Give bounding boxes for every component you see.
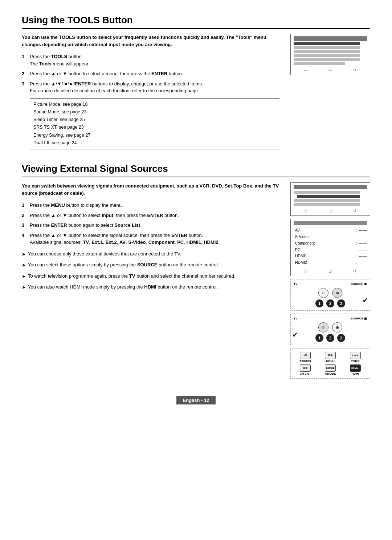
step-2: 2 Press the ▲ or ▼ button to select a me… [22, 70, 279, 77]
input-screen-icons: ▽ ⊡ ↺ [294, 209, 367, 213]
menu-top-bar [294, 36, 367, 41]
menu-label: MENU [319, 359, 342, 363]
steps-list: 1 Press the TOOLS button. The Tools menu… [22, 53, 279, 94]
psize-icon[interactable]: P.SIZE [350, 352, 361, 359]
page-footer: English - 12 [22, 392, 370, 404]
select-icon-2: ⊡ [328, 209, 332, 213]
arrow-symbol-1: ➤ [22, 251, 26, 258]
ttx-mix-icon[interactable]: ≡② [300, 352, 311, 359]
page-ref-3: Sleep Timer, see page 25 [33, 116, 279, 124]
section-tools-image: ⇐ ⇔ ↺ [290, 34, 370, 79]
chlist-btn-item: ⊞③ CH LIST [294, 364, 317, 375]
page-ref-1: Picture Mode, see page 18 [33, 101, 279, 108]
source-list-screen: AV : —— S-Video : —— Component : —— PC [290, 219, 370, 276]
hdmi-btn-item: HDMI► HDMI [343, 364, 367, 375]
step-1: 1 Press the TOOLS button. The Tools menu… [22, 53, 279, 67]
back-icon-3: ▽ [304, 269, 307, 274]
hdmi-label: HDMI [343, 372, 367, 375]
source-pc-label: PC [295, 247, 301, 253]
source-hdmi2-label: HDMI2 [295, 259, 307, 266]
remote-tv-diagram-2: TV SOURCE ▣ □ ⊕ 1 2 3 ✔ [290, 314, 370, 345]
step-3-text: Press the ▲/▼/◄/►/ENTER buttons to displ… [30, 80, 279, 94]
input-menu-top-bar [294, 185, 367, 189]
section-tools-content: You can use the TOOLS button to select y… [22, 34, 370, 152]
tv-arrow-overlay-2: ✔ [292, 330, 298, 339]
step-3-num: 3 [22, 80, 27, 94]
source-list-title-bar [294, 221, 367, 225]
num-3-circle: 3 [337, 299, 345, 307]
step-3: 3 Press the ▲/▼/◄/►/ENTER buttons to dis… [22, 80, 279, 94]
menu-item-2 [294, 50, 360, 53]
source-component-label: Component [295, 240, 315, 247]
input-item-selected [297, 195, 360, 198]
src-step-2: 2 Press the ▲ or ▼ button to select Inpu… [22, 212, 279, 219]
arrow-item-1: ➤ You can choose only those external dev… [22, 250, 279, 258]
section-sources-text: You can switch between viewing signals f… [22, 182, 279, 295]
num-1-circle: 1 [315, 299, 323, 307]
source-pc-row: PC : —— [295, 247, 367, 253]
step-2-text: Press the ▲ or ▼ button to select a menu… [30, 70, 279, 77]
pmode-btn-item: P.MODE P.MODE [319, 364, 342, 375]
page-container: Using the TOOLS Button You can use the T… [22, 15, 370, 404]
hdmi-icon[interactable]: HDMI► [350, 364, 361, 372]
source-hdmi1-row: HDMI1 : —— [295, 253, 367, 259]
exit-icon: ↺ [353, 68, 356, 73]
source-svideo-row: S-Video : —— [295, 234, 367, 240]
source-button-1[interactable]: ⊕ [332, 288, 342, 298]
tv-button-2[interactable]: □ [318, 322, 328, 333]
section-tools-intro: You can use the TOOLS button to select y… [22, 34, 279, 48]
input-menu-screen: ▽ ⊡ ↺ [290, 182, 370, 216]
arrow-text-3: To watch television programme again, pre… [28, 273, 236, 280]
source-svideo-label: S-Video [295, 234, 309, 240]
remote-numbers-2: 1 2 3 [294, 334, 367, 342]
source-component-value: : —— [356, 240, 367, 247]
menu-item-1 [294, 46, 360, 49]
src-step-4: 4 Press the ▲ or ▼ button to select the … [22, 232, 279, 246]
psize-btn-item: P.SIZE P.SIZE [343, 351, 367, 363]
step-1-text: Press the TOOLS button. The Tools menu w… [30, 53, 279, 67]
src-step-3: 3 Press the ENTER button again to select… [22, 222, 279, 229]
src-step-1: 1 Press the MENU button to display the m… [22, 202, 279, 209]
section-sources-images: ▽ ⊡ ↺ AV : —— S-Video [290, 182, 370, 382]
source-list-items: AV : —— S-Video : —— Component : —— PC [294, 227, 367, 266]
section-sources-content: You can switch between viewing signals f… [22, 182, 370, 382]
remote-row-1: □ ⊕ [294, 288, 367, 298]
step-2-num: 2 [22, 70, 27, 77]
arrow-items-container: ➤ You can choose only those external dev… [22, 250, 279, 291]
source-button-2[interactable]: ⊕ [332, 322, 342, 333]
step-1-num: 1 [22, 53, 27, 67]
bottom-btn-grid: ≡② TTX/MIX ⊞① MENU P.SIZE P.SIZE ⊞③ [294, 351, 367, 375]
back-icon-2: ▽ [304, 209, 307, 213]
source-av-value: : —— [356, 227, 367, 234]
source-hdmi1-label: HDMI1 [295, 253, 307, 259]
source-component-row: Component : —— [295, 240, 367, 247]
src-step-4-text: Press the ▲ or ▼ button to select the si… [30, 232, 279, 246]
section-sources-title: Viewing External Signal Sources [22, 163, 370, 177]
source-hdmi1-value: : —— [356, 253, 367, 259]
section-tools: Using the TOOLS Button You can use the T… [22, 15, 370, 152]
pmode-icon[interactable]: P.MODE [325, 364, 336, 372]
src-step-1-num: 1 [22, 202, 27, 209]
screen-bottom-icons: ⇐ ⇔ ↺ [294, 68, 367, 73]
num-2-circle-2: 2 [326, 334, 334, 342]
source-pc-value: : —— [356, 247, 367, 253]
exit-icon-2: ↺ [353, 209, 356, 213]
menu-icon[interactable]: ⊞① [325, 352, 336, 359]
select-icon: ⇔ [328, 68, 332, 73]
arrow-symbol-2: ➤ [22, 262, 26, 269]
chlist-icon[interactable]: ⊞③ [300, 364, 311, 372]
remote-numbers-1: 1 2 3 [294, 299, 367, 307]
section-sources: Viewing External Signal Sources You can … [22, 163, 370, 382]
page-ref-4: SRS TS XT, see page 23 [33, 124, 279, 131]
section-tools-text: You can use the TOOLS button to select y… [22, 34, 279, 152]
menu-item-5 [294, 62, 345, 65]
menu-btn-item: ⊞① MENU [319, 351, 342, 363]
source-screen-icons: ▽ ⊡ ↺ [294, 269, 367, 274]
source-arrow-overlay-1: ✔ [362, 296, 368, 305]
src-step-3-text: Press the ENTER button again to select S… [30, 222, 279, 229]
pmode-label: P.MODE [319, 372, 342, 375]
section-sources-intro: You can switch between viewing signals f… [22, 182, 279, 197]
tv-button-1[interactable]: □ [318, 288, 328, 298]
tv-label-1: TV [294, 282, 297, 286]
source-label-2: SOURCE ▣ [351, 317, 367, 320]
